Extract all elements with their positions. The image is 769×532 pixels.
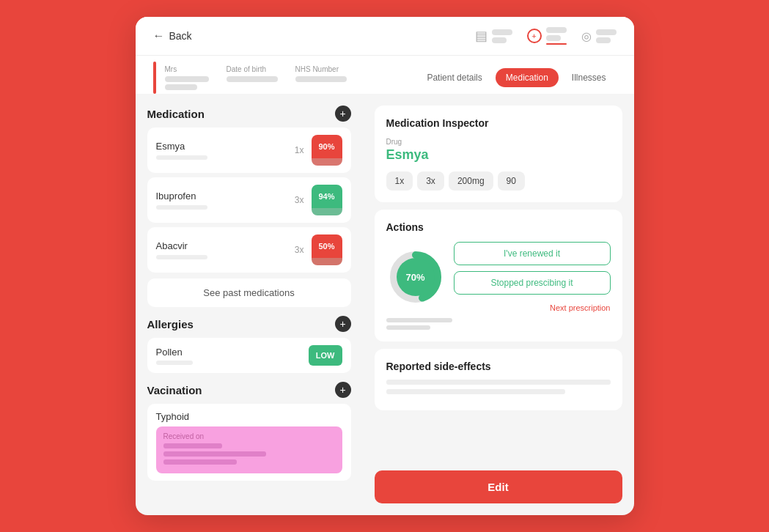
drug-label: Drug [386,138,611,146]
medication-section-title: Medication [147,108,205,120]
add-vaccination-button[interactable]: + [335,382,351,398]
patient-nhs-skeleton [295,76,347,82]
medication-item-ibuprofen[interactable]: Ibuprofen 3x 94% [147,177,351,223]
skel [295,76,347,82]
allergy-skel [156,361,193,365]
prescription-skeletons [386,318,611,330]
past-medications-button[interactable]: See past medications [147,278,351,307]
med-qty-ibuprofen: 3x [295,195,304,205]
document-icon: ▤ [475,28,487,44]
stat-freq: 3x [417,171,444,191]
med-skel [156,155,207,160]
back-arrow-icon: ← [153,29,165,43]
med-name-ibuprofen: Ibuprofen [156,191,287,202]
allergy-info: Pollen [156,347,193,365]
header-lines-2 [546,27,567,45]
side-effect-skel-2 [386,389,566,394]
tab-patient-details[interactable]: Patient details [416,68,492,87]
vaccine-received-info: Received on [156,426,342,473]
med-skel [156,255,207,259]
header-icon-group-2: + [527,27,567,45]
badge-bottom-abacvir [312,258,342,265]
patient-title-label: Mrs [165,65,209,73]
received-date-skel [163,443,222,448]
patient-info: Mrs Date of birth NHS Number [165,65,417,90]
edit-button[interactable]: Edit [375,470,622,503]
patient-bar: Mrs Date of birth NHS Number Patien [136,56,634,94]
drug-name: Esmya [386,147,611,163]
patient-dob-field: Date of birth [227,65,278,90]
left-panel: Medication + Esmya 1x 90% [136,94,363,515]
donut-label: 70% [405,272,424,283]
side-effects-section: Reported side-effects [375,349,622,410]
med-name-abacvir: Abacvir [156,240,287,251]
next-prescription-link[interactable]: Next prescription [454,303,611,312]
actions-row: 70% I've renewed it Stopped prescibing i… [386,242,611,312]
med-info-abacvir: Abacvir [156,240,287,259]
medication-item-esmya[interactable]: Esmya 1x 90% [147,128,351,173]
stat-qty: 1x [386,171,413,191]
tab-bar: Patient details Medication Illnesses [416,68,616,87]
header-lines-3 [596,29,617,43]
medication-inspector-card: Medication Inspector Drug Esmya 1x 3x 20… [375,106,622,202]
badge-top-abacvir: 50% [312,234,342,258]
patient-dob-label: Date of birth [227,65,278,73]
bar [492,37,507,43]
badge-top-esmya: 90% [312,135,342,158]
received-detail-skel-2 [163,459,237,465]
med-skel [156,205,207,210]
patient-title-skeleton [165,76,209,90]
bar [546,27,567,33]
medication-item-abacvir[interactable]: Abacvir 3x 50% [147,227,351,273]
back-button[interactable]: ← Back [153,29,192,43]
badge-top-ibuprofen: 94% [312,185,342,208]
percent-badge-ibuprofen: 94% [312,185,342,215]
med-info-ibuprofen: Ibuprofen [156,191,287,210]
skel [165,76,209,82]
skel [165,84,197,90]
side-effect-skel-1 [386,380,611,385]
patient-accent [153,62,156,94]
allergies-section-title: Allergies [147,318,194,330]
bar [596,29,617,35]
cross-icon: + [527,29,542,43]
medication-section-header: Medication + [147,106,351,122]
skel [227,76,278,82]
med-qty-esmya: 1x [295,145,304,155]
med-info-esmya: Esmya [156,141,287,160]
tab-illnesses[interactable]: Illnesses [562,68,617,87]
stat-dose: 200mg [449,171,493,191]
header: ← Back ▤ + ◎ [136,17,634,56]
med-name-esmya: Esmya [156,141,287,152]
patient-nhs-field: NHS Number [295,65,347,90]
header-icons: ▤ + ◎ [475,27,617,45]
header-icon-group-1: ▤ [475,28,512,44]
allergy-name-pollen: Pollen [156,347,193,358]
stat-count: 90 [498,171,525,191]
content-area: Medication + Esmya 1x 90% [136,94,634,515]
patient-dob-skeleton [227,76,278,82]
action-buttons: I've renewed it Stopped prescibing it Ne… [454,242,611,312]
percent-badge-abacvir: 50% [312,234,342,265]
add-medication-button[interactable]: + [335,106,351,122]
received-label: Received on [163,432,335,440]
side-effects-title: Reported side-effects [386,361,611,372]
med-qty-abacvir: 3x [295,245,304,255]
allergy-item-pollen[interactable]: Pollen LOW [147,338,351,373]
stop-prescribing-button[interactable]: Stopped prescibing it [454,271,611,295]
main-card: ← Back ▤ + ◎ [136,17,634,515]
add-allergy-button[interactable]: + [335,316,351,332]
vaccine-item-typhoid[interactable]: Typhoid Received on [147,404,351,481]
tab-medication[interactable]: Medication [496,68,559,87]
patient-title-field: Mrs [165,65,209,90]
header-icon-group-3: ◎ [581,29,617,43]
donut-chart: 70% [386,248,445,306]
drug-stats: 1x 3x 200mg 90 [386,171,611,191]
bar [546,35,561,41]
vaccination-section-title: Vacination [147,384,202,396]
percent-badge-esmya: 90% [312,135,342,166]
allergies-section-header: Allergies + [147,316,351,332]
renew-button[interactable]: I've renewed it [454,242,611,265]
bar [596,37,611,43]
right-panel: Medication Inspector Drug Esmya 1x 3x 20… [363,94,634,515]
